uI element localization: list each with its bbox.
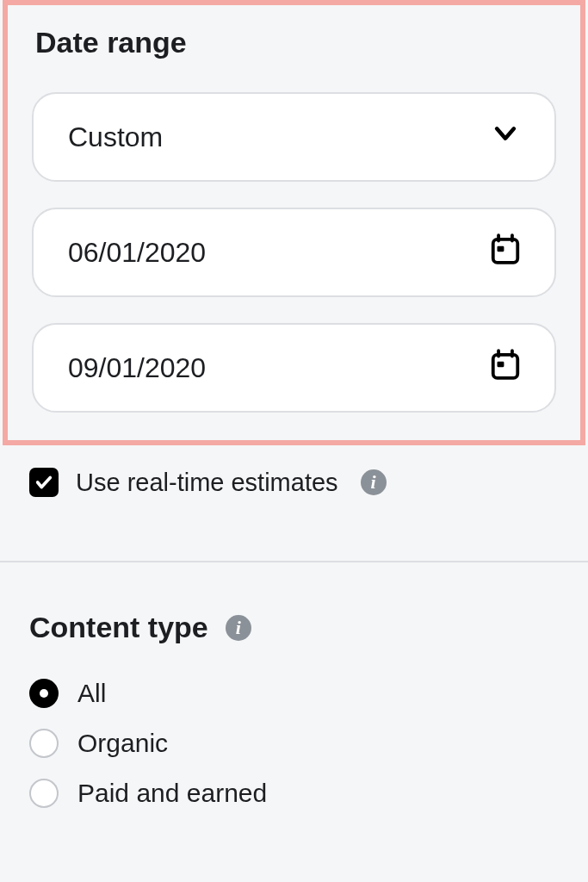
start-date-field[interactable]: 06/01/2020 xyxy=(32,208,556,297)
end-date-value: 09/01/2020 xyxy=(68,352,206,384)
end-date-field[interactable]: 09/01/2020 xyxy=(32,323,556,413)
date-range-section: Date range Custom 06/01/2020 09/01/2020 xyxy=(3,0,585,445)
calendar-icon xyxy=(489,348,522,388)
radio-label: Paid and earned xyxy=(77,779,267,808)
radio-button[interactable] xyxy=(29,679,59,708)
svg-rect-1 xyxy=(498,246,504,252)
svg-rect-0 xyxy=(493,239,518,263)
realtime-estimates-row: Use real-time estimates i xyxy=(0,445,588,497)
svg-rect-4 xyxy=(493,355,518,378)
content-type-title-row: Content type i xyxy=(29,611,588,644)
radio-button[interactable] xyxy=(29,729,59,758)
content-type-option-paid-earned[interactable]: Paid and earned xyxy=(29,779,588,808)
radio-label: All xyxy=(77,679,106,708)
filter-panel: Date range Custom 06/01/2020 09/01/2020 … xyxy=(0,0,588,882)
realtime-estimates-label: Use real-time estimates xyxy=(76,469,338,497)
radio-button[interactable] xyxy=(29,779,59,808)
date-range-title: Date range xyxy=(35,26,556,59)
content-type-section: Content type i All Organic Paid and earn… xyxy=(0,562,588,808)
content-type-option-organic[interactable]: Organic xyxy=(29,729,588,758)
svg-rect-5 xyxy=(498,362,504,367)
content-type-title: Content type xyxy=(29,611,208,644)
date-range-preset-select[interactable]: Custom xyxy=(32,92,556,182)
info-icon[interactable]: i xyxy=(226,615,251,641)
date-range-preset-value: Custom xyxy=(68,121,163,153)
radio-label: Organic xyxy=(77,729,168,758)
info-icon[interactable]: i xyxy=(361,469,387,495)
chevron-down-icon xyxy=(491,119,520,155)
content-type-radio-group: All Organic Paid and earned xyxy=(29,679,588,808)
calendar-icon xyxy=(489,233,522,272)
start-date-value: 06/01/2020 xyxy=(68,237,206,269)
content-type-option-all[interactable]: All xyxy=(29,679,588,708)
realtime-estimates-checkbox[interactable] xyxy=(29,468,59,497)
